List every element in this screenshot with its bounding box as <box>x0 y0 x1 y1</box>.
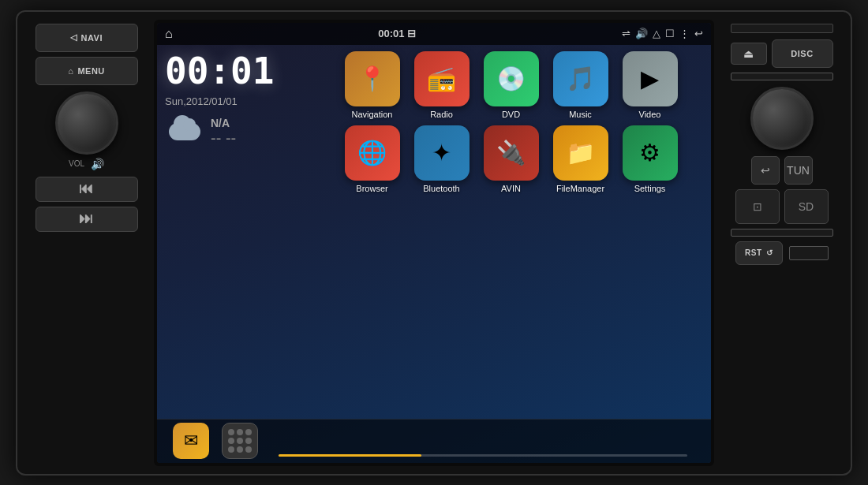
speaker-icon: 🔊 <box>91 158 104 170</box>
dock-progress-indicator <box>279 454 687 457</box>
app-icon-music: 🎵 <box>553 51 608 106</box>
eject-button[interactable]: ⏏ <box>731 43 767 65</box>
cloud-shape <box>169 123 200 140</box>
status-right: ⇌ 🔊 △ ☐ ⋮ ↩ <box>622 28 703 39</box>
tun-label: TUN <box>787 164 810 177</box>
info-panel: 00:01 Sun,2012/01/01 N/A -- -- <box>157 45 311 419</box>
status-cd-icon: △ <box>653 28 660 39</box>
disc-button[interactable]: DISC <box>772 39 833 68</box>
dock-messages-button[interactable]: ✉ <box>173 423 209 459</box>
rst-button[interactable]: RST ↺ <box>735 241 783 265</box>
messages-icon: ✉ <box>184 431 198 451</box>
bottom-dock: ✉ <box>157 419 711 463</box>
app-icon-avin: 🔌 <box>484 125 539 181</box>
eject-icon: ⏏ <box>743 47 754 60</box>
app-label-bluetooth: Bluetooth <box>423 184 459 193</box>
weather-na: N/A <box>211 117 236 129</box>
menu-button[interactable]: ⌂ MENU <box>36 57 138 85</box>
media-slot-2[interactable]: SD <box>784 189 829 224</box>
volume-knob-area: VOL 🔊 <box>36 91 138 170</box>
app-icon-navigation: 📍 <box>345 51 400 106</box>
eject-area: ⏏ DISC <box>731 39 833 68</box>
app-label-navigation: Navigation <box>352 110 393 119</box>
app-video[interactable]: ▶Video <box>619 51 682 119</box>
app-bluetooth[interactable]: ✦Bluetooth <box>410 125 473 193</box>
app-label-radio: Radio <box>430 110 453 119</box>
dock-apps-button[interactable] <box>222 423 258 459</box>
rst-row: RST ↺ <box>731 241 833 265</box>
app-avin[interactable]: 🔌AVIN <box>480 125 543 193</box>
top-disc-slot <box>731 24 833 33</box>
usb-port <box>789 246 829 260</box>
vol-label: VOL <box>69 159 84 168</box>
app-label-dvd: DVD <box>502 110 520 119</box>
media-slot-1[interactable]: ⊡ <box>735 189 780 224</box>
prev-icon: ⏮ <box>79 181 94 197</box>
date-display: Sun,2012/01/01 <box>165 95 303 107</box>
status-screen-icon: ☐ <box>665 28 675 39</box>
app-icon-settings: ⚙ <box>623 125 678 181</box>
sd-icon: SD <box>799 200 814 213</box>
app-radio[interactable]: 📻Radio <box>410 51 473 119</box>
app-icon-video: ▶ <box>623 51 678 106</box>
menu-label: MENU <box>77 66 104 76</box>
app-icon-filemanager: 📁 <box>553 125 608 181</box>
back-icon: ↩ <box>761 164 770 177</box>
app-label-music: Music <box>569 110 592 119</box>
back-tun-row: ↩ TUN <box>751 156 813 185</box>
next-track-button[interactable]: ⏭ <box>36 207 138 232</box>
navi-label: NAVI <box>81 33 103 43</box>
navi-button[interactable]: ◁ NAVI <box>36 24 138 52</box>
app-browser[interactable]: 🌐Browser <box>341 125 404 193</box>
disc-slot <box>731 73 833 80</box>
app-filemanager[interactable]: 📁FileManager <box>549 125 612 193</box>
app-icon-dvd: 💿 <box>484 51 539 106</box>
weather-dashes: -- -- <box>211 129 236 147</box>
apps-panel: 📍Navigation📻Radio💿DVD🎵Music▶Video 🌐Brows… <box>311 45 711 419</box>
menu-icon: ⌂ <box>68 66 73 76</box>
back-button[interactable]: ↩ <box>751 156 780 185</box>
home-icon[interactable]: ⌂ <box>165 27 173 41</box>
disc-label: DISC <box>791 49 813 58</box>
clock-display: 00:01 <box>165 53 303 89</box>
apps-row-2: 🌐Browser✦Bluetooth🔌AVIN📁FileManager⚙Sett… <box>316 125 706 193</box>
app-icon-browser: 🌐 <box>345 125 400 181</box>
app-navigation[interactable]: 📍Navigation <box>341 51 404 119</box>
rst-label: RST <box>745 248 762 257</box>
right-media-slots: ⊡ SD <box>735 189 829 224</box>
app-icon-bluetooth: ✦ <box>414 125 470 181</box>
status-time: 00:01 <box>378 28 404 39</box>
navi-icon: ◁ <box>70 32 77 43</box>
weather-info: N/A -- -- <box>211 117 236 147</box>
right-panel: ⏏ DISC ↩ TUN ⊡ SD <box>720 20 843 466</box>
vol-row: VOL 🔊 <box>36 158 138 170</box>
app-settings[interactable]: ⚙Settings <box>619 125 682 193</box>
status-usb-icon: ⇌ <box>622 28 630 39</box>
status-msg-icon: ⊟ <box>407 28 416 39</box>
app-label-avin: AVIN <box>501 184 521 193</box>
dots-grid <box>228 429 252 453</box>
app-icon-radio: 📻 <box>414 51 470 106</box>
left-panel: ◁ NAVI ⌂ MENU VOL 🔊 ⏮ ⏭ <box>25 20 148 466</box>
status-more-icon[interactable]: ⋮ <box>679 28 690 39</box>
tun-button[interactable]: TUN <box>784 156 813 185</box>
weather-widget: N/A -- -- <box>165 117 303 148</box>
app-label-settings: Settings <box>634 184 666 193</box>
app-label-browser: Browser <box>356 184 387 193</box>
rst-icon: ↺ <box>766 248 773 257</box>
media-disc-slot <box>731 229 833 237</box>
android-screen: ⌂ 00:01 ⊟ ⇌ 🔊 △ ☐ ⋮ ↩ 0 <box>157 23 711 463</box>
media-icon-1: ⊡ <box>753 200 762 213</box>
prev-track-button[interactable]: ⏮ <box>36 177 138 202</box>
right-knob-area <box>750 87 814 150</box>
status-back-icon[interactable]: ↩ <box>694 28 703 39</box>
app-dvd[interactable]: 💿DVD <box>480 51 543 119</box>
app-music[interactable]: 🎵Music <box>549 51 612 119</box>
tuning-knob[interactable] <box>750 87 814 150</box>
status-left: ⌂ <box>165 27 173 41</box>
status-sound-icon: 🔊 <box>635 28 648 39</box>
volume-knob[interactable] <box>55 91 118 155</box>
status-center: 00:01 ⊟ <box>378 28 416 39</box>
apps-row-1: 📍Navigation📻Radio💿DVD🎵Music▶Video <box>316 51 706 119</box>
next-icon: ⏭ <box>79 211 94 227</box>
